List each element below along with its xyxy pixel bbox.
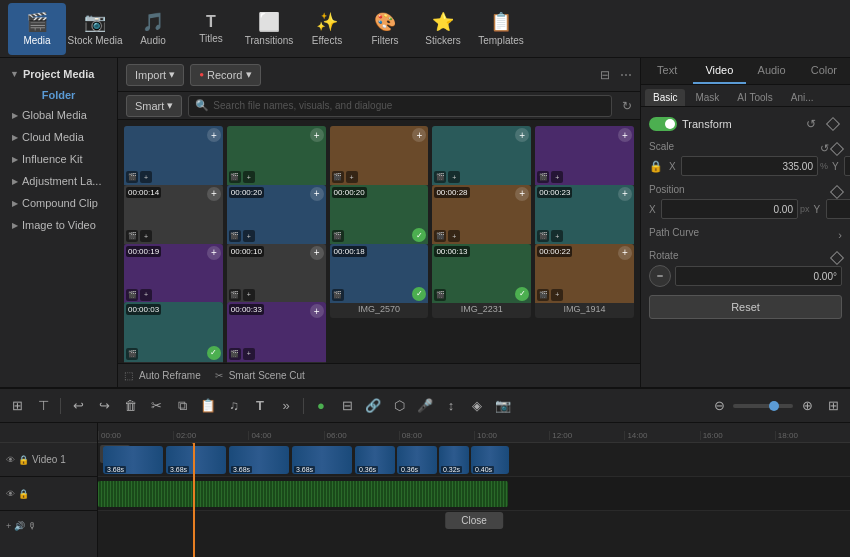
tl-delete-btn[interactable]: 🗑 bbox=[119, 395, 141, 417]
import-button[interactable]: Import ▾ bbox=[126, 64, 184, 86]
tl-more-btn[interactable]: » bbox=[275, 395, 297, 417]
add-media-icon[interactable]: + bbox=[618, 246, 632, 260]
sidebar-item-compound-clip[interactable]: ▶ Compound Clip bbox=[0, 192, 117, 214]
more-options-icon[interactable]: ⋯ bbox=[620, 68, 632, 82]
video-clip-4[interactable]: 0.36s bbox=[355, 446, 395, 474]
tab-color[interactable]: Color bbox=[798, 58, 850, 84]
track-eye2-icon[interactable]: 👁 bbox=[6, 489, 15, 499]
rotate-dial[interactable] bbox=[649, 265, 671, 287]
diamond-transform-icon[interactable] bbox=[824, 115, 842, 133]
folder-label[interactable]: Folder bbox=[0, 86, 117, 104]
toolbar-stickers[interactable]: ⭐ Stickers bbox=[414, 3, 472, 55]
toolbar-effects[interactable]: ✨ Effects bbox=[298, 3, 356, 55]
close-button[interactable]: Close bbox=[445, 512, 503, 529]
sidebar-item-influence-kit[interactable]: ▶ Influence Kit bbox=[0, 148, 117, 170]
sidebar-item-adjustment[interactable]: ▶ Adjustment La... bbox=[0, 170, 117, 192]
reset-button[interactable]: Reset bbox=[649, 295, 842, 319]
video-clip-3[interactable]: 3.68s bbox=[292, 446, 352, 474]
add-small-icon[interactable]: + bbox=[243, 289, 255, 301]
toolbar-transitions[interactable]: ⬜ Transitions bbox=[240, 3, 298, 55]
track-eye-icon[interactable]: 👁 bbox=[6, 455, 15, 465]
filter-icon[interactable]: ⊟ bbox=[600, 68, 610, 82]
add-media-icon[interactable]: + bbox=[412, 128, 426, 142]
add-small-icon[interactable]: + bbox=[448, 171, 460, 183]
lock-icon[interactable]: 🔒 bbox=[649, 160, 663, 173]
sidebar-item-cloud-media[interactable]: ▶ Cloud Media bbox=[0, 126, 117, 148]
media-item-13[interactable]: 00:00:13 ✓ 🎬 IMG_2231 bbox=[432, 244, 531, 318]
rotate-input[interactable] bbox=[675, 266, 842, 286]
tl-camera-btn[interactable]: 📷 bbox=[492, 395, 514, 417]
scale-y-input[interactable] bbox=[844, 156, 850, 176]
tl-grid-btn[interactable]: ⊞ bbox=[822, 395, 844, 417]
toolbar-audio[interactable]: 🎵 Audio bbox=[124, 3, 182, 55]
audio-clip-1[interactable] bbox=[98, 481, 508, 507]
zoom-slider[interactable] bbox=[733, 404, 793, 408]
tl-music-btn[interactable]: ♫ bbox=[223, 395, 245, 417]
reset-transform-icon[interactable]: ↺ bbox=[802, 115, 820, 133]
smart-scene-cut-label[interactable]: Smart Scene Cut bbox=[229, 370, 305, 381]
tl-split-btn[interactable]: ⊤ bbox=[32, 395, 54, 417]
add-media-icon[interactable]: + bbox=[310, 128, 324, 142]
subtab-ai-tools[interactable]: AI Tools bbox=[729, 89, 780, 106]
add-small-icon[interactable]: + bbox=[346, 171, 358, 183]
pos-x-input[interactable] bbox=[661, 199, 798, 219]
position-keyframe-icon[interactable] bbox=[830, 184, 844, 198]
toolbar-titles[interactable]: T Titles bbox=[182, 3, 240, 55]
mute-icon[interactable]: 🎙 bbox=[28, 521, 37, 531]
rotate-keyframe-icon[interactable] bbox=[830, 250, 844, 264]
toolbar-stock-media[interactable]: 📷 Stock Media bbox=[66, 3, 124, 55]
tl-add-track-btn[interactable]: ⊞ bbox=[6, 395, 28, 417]
video-clip-2[interactable]: 3.68s bbox=[229, 446, 289, 474]
add-small-icon[interactable]: + bbox=[551, 171, 563, 183]
tl-arrow-btn[interactable]: ↕ bbox=[440, 395, 462, 417]
reset-scale-icon[interactable]: ↺ bbox=[820, 142, 829, 155]
tl-redo-btn[interactable]: ↪ bbox=[93, 395, 115, 417]
video-clip-6[interactable]: 0.32s bbox=[439, 446, 469, 474]
pos-y-input[interactable] bbox=[826, 199, 850, 219]
sidebar-item-global-media[interactable]: ▶ Global Media bbox=[0, 104, 117, 126]
toolbar-templates[interactable]: 📋 Templates bbox=[472, 3, 530, 55]
add-small-icon[interactable]: + bbox=[243, 348, 255, 360]
record-button[interactable]: ● Record ▾ bbox=[190, 64, 260, 86]
media-item-14[interactable]: 00:00:22 + 🎬 + IMG_1914 bbox=[535, 244, 634, 318]
track-lock-icon[interactable]: 🔒 bbox=[18, 455, 29, 465]
tl-snap-btn[interactable]: ⊟ bbox=[336, 395, 358, 417]
add-media-icon[interactable]: + bbox=[310, 304, 324, 318]
tl-green-circle[interactable]: ● bbox=[310, 395, 332, 417]
toolbar-media[interactable]: 🎬 Media bbox=[8, 3, 66, 55]
scale-keyframe-icon[interactable] bbox=[830, 141, 844, 155]
add-small-icon[interactable]: + bbox=[243, 171, 255, 183]
add-media-icon[interactable]: + bbox=[515, 128, 529, 142]
auto-reframe-label[interactable]: Auto Reframe bbox=[139, 370, 201, 381]
media-item-15[interactable]: 00:00:03 ✓ 🎬 IMG_1885 bbox=[124, 302, 223, 363]
add-media-icon[interactable]: + bbox=[618, 187, 632, 201]
smart-dropdown[interactable]: Smart ▾ bbox=[126, 95, 182, 117]
transform-toggle[interactable]: Transform bbox=[649, 117, 732, 131]
add-small-icon[interactable]: + bbox=[140, 230, 152, 242]
add-media-icon[interactable]: + bbox=[310, 246, 324, 260]
add-small-icon[interactable]: + bbox=[551, 230, 563, 242]
media-item-12[interactable]: 00:00:18 ✓ 🎬 IMG_2570 bbox=[330, 244, 429, 318]
tl-cut-btn[interactable]: ✂ bbox=[145, 395, 167, 417]
path-curve-arrow-icon[interactable]: › bbox=[838, 229, 842, 241]
add-small-icon[interactable]: + bbox=[140, 289, 152, 301]
add-media-icon[interactable]: + bbox=[207, 246, 221, 260]
tl-shield-btn[interactable]: ⬡ bbox=[388, 395, 410, 417]
subtab-ani[interactable]: Ani... bbox=[783, 89, 822, 106]
video-clip-0[interactable]: 3.68s bbox=[103, 446, 163, 474]
zoom-in-btn[interactable]: ⊕ bbox=[796, 395, 818, 417]
tab-audio[interactable]: Audio bbox=[746, 58, 798, 84]
tl-marker-btn[interactable]: ◈ bbox=[466, 395, 488, 417]
add-media-icon[interactable]: + bbox=[310, 187, 324, 201]
scale-x-input[interactable] bbox=[681, 156, 818, 176]
video-clip-1[interactable]: 3.68s bbox=[166, 446, 226, 474]
add-small-icon[interactable]: + bbox=[243, 230, 255, 242]
refresh-icon[interactable]: ↻ bbox=[622, 99, 632, 113]
volume-icon[interactable]: 🔊 bbox=[14, 521, 25, 531]
add-small-icon[interactable]: + bbox=[140, 171, 152, 183]
subtab-mask[interactable]: Mask bbox=[687, 89, 727, 106]
track-lock2-icon[interactable]: 🔒 bbox=[18, 489, 29, 499]
media-item-16[interactable]: 00:00:33 + 🎬 + IMG_1785 bbox=[227, 302, 326, 363]
tl-magnet-btn[interactable]: 🔗 bbox=[362, 395, 384, 417]
add-small-icon[interactable]: + bbox=[448, 230, 460, 242]
